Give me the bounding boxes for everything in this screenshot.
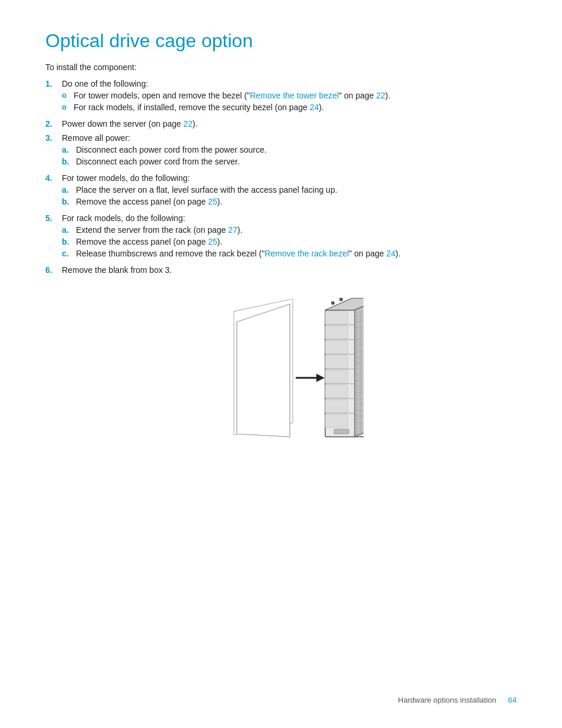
step-4-sub-a: a. Place the server on a flat, level sur… [62,185,517,195]
step-6-text: Remove the blank from box 3. [62,265,172,275]
step-1-content: Do one of the following: o For tower mod… [62,79,517,114]
step-3-sublist: a. Disconnect each power cord from the p… [62,145,517,166]
footer-section-label: Hardware options installation [398,696,497,704]
link-remove-rack-bezel[interactable]: Remove the rack bezel [265,249,349,258]
step-5-alpha-a: a. [62,225,76,235]
page-footer: Hardware options installation 64 [398,696,517,704]
intro-text: To install the component: [45,62,517,72]
svg-rect-51 [334,429,349,434]
step-3: 3. Remove all power: a. Disconnect each … [45,133,517,169]
step-1-sub-2-text: For rack models, if installed, remove th… [74,103,324,112]
svg-rect-17 [325,355,348,368]
step-5-sub-a-text: Extend the server from the rack (on page… [76,225,243,235]
svg-marker-3 [316,374,325,382]
step-6: 6. Remove the blank from box 3. [45,265,517,275]
step-5-sub-c-text: Release thumbscrews and remove the rack … [76,249,401,258]
step-3-sub-a-text: Disconnect each power cord from the powe… [76,145,267,154]
step-4-alpha-b: b. [62,197,76,206]
svg-marker-5 [325,298,363,310]
step-5-sub-b: b. Remove the access panel (on page 25). [62,237,517,246]
footer-page-number: 64 [508,696,517,704]
step-3-num: 3. [45,133,62,143]
step-4-num: 4. [45,173,62,183]
step-5: 5. For rack models, do the following: a.… [45,213,517,261]
svg-rect-21 [325,414,348,427]
link-page-27[interactable]: 27 [228,225,237,235]
svg-rect-20 [325,400,348,413]
step-1-sublist: o For tower models, open and remove the … [62,91,517,112]
svg-point-49 [331,301,335,305]
step-2: 2. Power down the server (on page 22). [45,119,517,129]
step-6-content: Remove the blank from box 3. [62,265,517,275]
steps-list: 1. Do one of the following: o For tower … [45,79,517,275]
step-5-alpha-c: c. [62,249,76,258]
step-3-sub-b-text: Disconnect each power cord from the serv… [76,157,240,166]
link-page-25-1[interactable]: 25 [208,197,217,206]
step-4-sublist: a. Place the server on a flat, level sur… [62,185,517,206]
step-5-num: 5. [45,213,62,223]
drive-cage-illustration [199,292,363,452]
step-5-sub-c: c. Release thumbscrews and remove the ra… [62,249,517,258]
step-1-sub-2: o For rack models, if installed, remove … [62,103,517,112]
step-6-num: 6. [45,265,62,275]
link-remove-tower-bezel[interactable]: Remove the tower bezel [250,91,339,100]
step-1: 1. Do one of the following: o For tower … [45,79,517,114]
step-2-text: Power down the server (on page 22). [62,119,197,129]
svg-rect-18 [325,370,348,383]
step-3-content: Remove all power: a. Disconnect each pow… [62,133,517,169]
step-5-content: For rack models, do the following: a. Ex… [62,213,517,261]
link-page-22-2[interactable]: 22 [183,119,193,129]
step-2-num: 2. [45,119,62,129]
step-4-content: For tower models, do the following: a. P… [62,173,517,209]
step-5-alpha-b: b. [62,237,76,246]
step-2-content: Power down the server (on page 22). [62,119,517,129]
svg-point-50 [339,298,343,301]
step-4-text: For tower models, do the following: [62,173,190,183]
svg-marker-1 [237,304,290,437]
step-1-text: Do one of the following: [62,79,148,88]
illustration-container [45,292,517,452]
step-1-sub-1: o For tower models, open and remove the … [62,91,517,100]
svg-rect-14 [325,311,348,324]
step-5-sublist: a. Extend the server from the rack (on p… [62,225,517,258]
link-page-24-2[interactable]: 24 [386,249,396,258]
step-3-alpha-a: a. [62,145,76,154]
step-4-alpha-a: a. [62,185,76,195]
step-4-sub-a-text: Place the server on a flat, level surfac… [76,185,338,195]
svg-rect-19 [325,385,348,398]
link-page-24-1[interactable]: 24 [310,103,319,112]
step-4: 4. For tower models, do the following: a… [45,173,517,209]
step-1-sub-1-text: For tower models, open and remove the be… [74,91,391,100]
step-1-num: 1. [45,79,62,88]
step-3-text: Remove all power: [62,133,130,143]
step-4-sub-b: b. Remove the access panel (on page 25). [62,197,517,206]
step-3-sub-b: b. Disconnect each power cord from the s… [62,157,517,166]
bullet-o-2: o [62,103,74,111]
link-page-22-1[interactable]: 22 [376,91,385,100]
page-title: Optical drive cage option [45,29,517,52]
svg-rect-15 [325,326,348,339]
step-4-sub-b-text: Remove the access panel (on page 25). [76,197,222,206]
svg-rect-16 [325,341,348,354]
step-5-sub-b-text: Remove the access panel (on page 25). [76,237,222,246]
step-3-sub-a: a. Disconnect each power cord from the p… [62,145,517,154]
step-5-text: For rack models, do the following: [62,213,185,223]
step-5-sub-a: a. Extend the server from the rack (on p… [62,225,517,235]
step-3-alpha-b: b. [62,157,76,166]
link-page-25-2[interactable]: 25 [208,237,217,246]
bullet-o-1: o [62,91,74,100]
